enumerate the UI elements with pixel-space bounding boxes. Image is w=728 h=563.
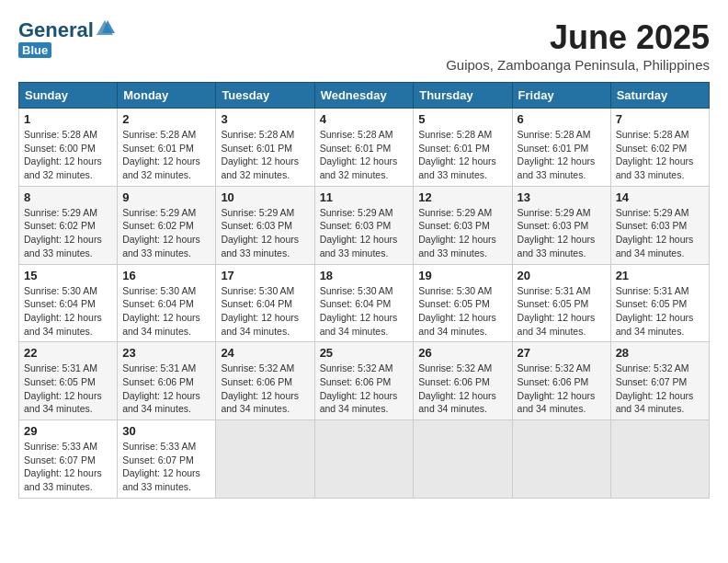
day-number: 9 [122, 190, 210, 204]
day-info: Sunrise: 5:31 AM Sunset: 6:05 PM Dayligh… [518, 284, 606, 339]
month-title: June 2025 [446, 18, 710, 57]
day-info: Sunrise: 5:29 AM Sunset: 6:03 PM Dayligh… [518, 206, 606, 260]
calendar-cell: 19Sunrise: 5:30 AM Sunset: 6:05 PM Dayli… [414, 264, 512, 342]
calendar-cell: 30Sunrise: 5:33 AM Sunset: 6:07 PM Dayli… [118, 420, 216, 499]
day-info: Sunrise: 5:31 AM Sunset: 6:05 PM Dayligh… [24, 362, 112, 416]
calendar-week-4: 29Sunrise: 5:33 AM Sunset: 6:07 PM Dayli… [19, 420, 710, 499]
day-info: Sunrise: 5:28 AM Sunset: 6:00 PM Dayligh… [24, 128, 112, 182]
calendar-header-row: SundayMondayTuesdayWednesdayThursdayFrid… [19, 83, 710, 109]
day-info: Sunrise: 5:30 AM Sunset: 6:04 PM Dayligh… [24, 284, 112, 339]
calendar-cell: 21Sunrise: 5:31 AM Sunset: 6:05 PM Dayli… [610, 264, 709, 342]
day-info: Sunrise: 5:31 AM Sunset: 6:06 PM Dayligh… [122, 362, 210, 416]
calendar-cell: 6Sunrise: 5:28 AM Sunset: 6:01 PM Daylig… [512, 109, 610, 187]
day-number: 19 [418, 269, 506, 282]
day-info: Sunrise: 5:32 AM Sunset: 6:06 PM Dayligh… [418, 362, 506, 416]
day-number: 30 [122, 424, 210, 438]
calendar-week-1: 8Sunrise: 5:29 AM Sunset: 6:02 PM Daylig… [19, 186, 710, 264]
calendar-header-thursday: Thursday [414, 83, 512, 109]
day-number: 7 [616, 112, 704, 126]
day-info: Sunrise: 5:28 AM Sunset: 6:01 PM Dayligh… [221, 128, 309, 182]
calendar-header-wednesday: Wednesday [314, 83, 414, 109]
calendar-cell: 29Sunrise: 5:33 AM Sunset: 6:07 PM Dayli… [19, 420, 118, 499]
day-number: 12 [418, 190, 506, 204]
calendar-cell: 20Sunrise: 5:31 AM Sunset: 6:05 PM Dayli… [512, 264, 610, 342]
day-info: Sunrise: 5:30 AM Sunset: 6:04 PM Dayligh… [221, 284, 309, 339]
day-info: Sunrise: 5:28 AM Sunset: 6:01 PM Dayligh… [418, 128, 506, 182]
location-title: Guipos, Zamboanga Peninsula, Philippines [446, 57, 710, 73]
day-number: 28 [616, 346, 704, 360]
day-number: 26 [418, 346, 506, 360]
day-info: Sunrise: 5:29 AM Sunset: 6:03 PM Dayligh… [221, 206, 309, 260]
calendar-cell: 7Sunrise: 5:28 AM Sunset: 6:02 PM Daylig… [610, 109, 709, 187]
day-info: Sunrise: 5:28 AM Sunset: 6:02 PM Dayligh… [616, 128, 704, 182]
title-block: June 2025 Guipos, Zamboanga Peninsula, P… [446, 18, 710, 73]
calendar-cell: 22Sunrise: 5:31 AM Sunset: 6:05 PM Dayli… [19, 342, 118, 420]
calendar-header-sunday: Sunday [19, 83, 118, 109]
calendar-cell: 2Sunrise: 5:28 AM Sunset: 6:01 PM Daylig… [118, 109, 216, 187]
day-info: Sunrise: 5:29 AM Sunset: 6:02 PM Dayligh… [24, 206, 112, 260]
calendar-cell: 24Sunrise: 5:32 AM Sunset: 6:06 PM Dayli… [216, 342, 314, 420]
day-number: 14 [616, 190, 704, 204]
day-number: 8 [24, 190, 112, 204]
day-number: 25 [320, 346, 409, 360]
logo-general: General [18, 20, 94, 40]
logo-icon [95, 18, 115, 39]
calendar-cell: 17Sunrise: 5:30 AM Sunset: 6:04 PM Dayli… [216, 264, 314, 342]
day-number: 18 [320, 269, 409, 282]
day-info: Sunrise: 5:32 AM Sunset: 6:06 PM Dayligh… [518, 362, 606, 416]
day-info: Sunrise: 5:31 AM Sunset: 6:05 PM Dayligh… [616, 284, 704, 339]
calendar-cell: 5Sunrise: 5:28 AM Sunset: 6:01 PM Daylig… [414, 109, 512, 187]
calendar-cell: 1Sunrise: 5:28 AM Sunset: 6:00 PM Daylig… [19, 109, 118, 187]
day-info: Sunrise: 5:30 AM Sunset: 6:04 PM Dayligh… [320, 284, 409, 339]
day-info: Sunrise: 5:30 AM Sunset: 6:04 PM Dayligh… [122, 284, 210, 339]
calendar-cell: 15Sunrise: 5:30 AM Sunset: 6:04 PM Dayli… [19, 264, 118, 342]
calendar-week-3: 22Sunrise: 5:31 AM Sunset: 6:05 PM Dayli… [19, 342, 710, 420]
day-info: Sunrise: 5:29 AM Sunset: 6:03 PM Dayligh… [418, 206, 506, 260]
day-number: 2 [122, 112, 210, 126]
calendar-cell [414, 420, 512, 499]
day-info: Sunrise: 5:33 AM Sunset: 6:07 PM Dayligh… [24, 440, 112, 494]
day-number: 1 [24, 112, 112, 126]
day-info: Sunrise: 5:28 AM Sunset: 6:01 PM Dayligh… [320, 128, 409, 182]
day-number: 6 [518, 112, 606, 126]
day-number: 4 [320, 112, 409, 126]
calendar-week-2: 15Sunrise: 5:30 AM Sunset: 6:04 PM Dayli… [19, 264, 710, 342]
day-info: Sunrise: 5:32 AM Sunset: 6:06 PM Dayligh… [320, 362, 409, 416]
calendar-cell [610, 420, 709, 499]
calendar-cell: 9Sunrise: 5:29 AM Sunset: 6:02 PM Daylig… [118, 186, 216, 264]
day-number: 23 [122, 346, 210, 360]
calendar-week-0: 1Sunrise: 5:28 AM Sunset: 6:00 PM Daylig… [19, 109, 710, 187]
day-info: Sunrise: 5:29 AM Sunset: 6:03 PM Dayligh… [616, 206, 704, 260]
logo-blue: Blue [18, 42, 51, 58]
day-info: Sunrise: 5:32 AM Sunset: 6:06 PM Dayligh… [221, 362, 309, 416]
day-number: 3 [221, 112, 309, 126]
day-number: 13 [518, 190, 606, 204]
day-info: Sunrise: 5:30 AM Sunset: 6:05 PM Dayligh… [418, 284, 506, 339]
calendar-cell: 27Sunrise: 5:32 AM Sunset: 6:06 PM Dayli… [512, 342, 610, 420]
calendar-header-monday: Monday [118, 83, 216, 109]
calendar-header-saturday: Saturday [610, 83, 709, 109]
calendar-cell: 28Sunrise: 5:32 AM Sunset: 6:07 PM Dayli… [610, 342, 709, 420]
day-number: 27 [518, 346, 606, 360]
calendar-cell: 26Sunrise: 5:32 AM Sunset: 6:06 PM Dayli… [414, 342, 512, 420]
day-number: 24 [221, 346, 309, 360]
calendar-cell [314, 420, 414, 499]
calendar-header-friday: Friday [512, 83, 610, 109]
calendar-table: SundayMondayTuesdayWednesdayThursdayFrid… [18, 82, 710, 499]
calendar-cell [216, 420, 314, 499]
calendar-cell: 14Sunrise: 5:29 AM Sunset: 6:03 PM Dayli… [610, 186, 709, 264]
day-number: 5 [418, 112, 506, 126]
day-number: 21 [616, 269, 704, 282]
day-number: 20 [518, 269, 606, 282]
day-number: 29 [24, 424, 112, 438]
calendar-cell: 8Sunrise: 5:29 AM Sunset: 6:02 PM Daylig… [19, 186, 118, 264]
calendar-cell: 23Sunrise: 5:31 AM Sunset: 6:06 PM Dayli… [118, 342, 216, 420]
calendar-cell: 4Sunrise: 5:28 AM Sunset: 6:01 PM Daylig… [314, 109, 414, 187]
day-info: Sunrise: 5:28 AM Sunset: 6:01 PM Dayligh… [122, 128, 210, 182]
calendar-cell: 10Sunrise: 5:29 AM Sunset: 6:03 PM Dayli… [216, 186, 314, 264]
day-info: Sunrise: 5:28 AM Sunset: 6:01 PM Dayligh… [518, 128, 606, 182]
day-info: Sunrise: 5:29 AM Sunset: 6:02 PM Dayligh… [122, 206, 210, 260]
calendar-cell: 12Sunrise: 5:29 AM Sunset: 6:03 PM Dayli… [414, 186, 512, 264]
day-number: 11 [320, 190, 409, 204]
logo: General Blue [18, 18, 115, 58]
